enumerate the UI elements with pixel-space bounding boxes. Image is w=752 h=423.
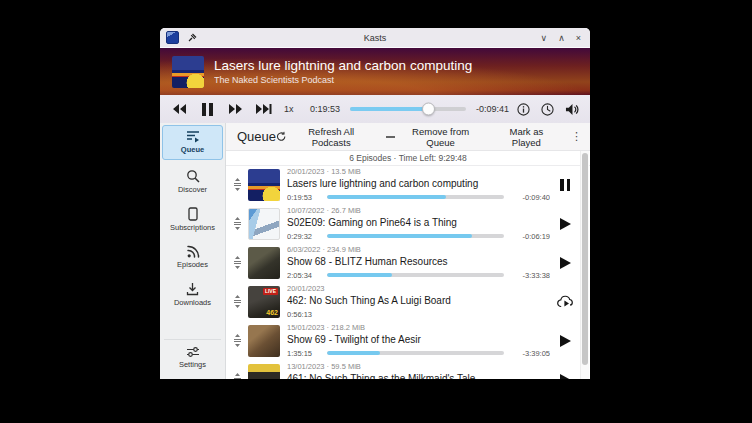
play-episode-button[interactable] [550, 335, 580, 347]
seek-slider[interactable] [350, 107, 466, 111]
episode-remaining: -3:39:05 [510, 349, 550, 358]
episode-title: S02E09: Gaming on Pine64 is a Thing [287, 216, 550, 229]
elapsed-time: 0:19:53 [310, 104, 340, 114]
drag-handle-icon[interactable] [231, 334, 243, 347]
live-badge: LIVE [263, 288, 278, 295]
now-playing-artwork [172, 56, 204, 88]
episode-meta: 13/01/2023 · 59.5 MiB [287, 361, 550, 372]
pause-episode-button[interactable] [550, 179, 580, 191]
episode-elapsed: 1:35:15 [287, 349, 321, 358]
sleep-timer-icon[interactable] [541, 103, 554, 116]
episode-meta: 6/03/2022 · 234.9 MiB [287, 244, 550, 255]
episode-title: 461: No Such Thing as the Milkmaid's Tal… [287, 372, 550, 379]
now-playing-header[interactable]: Lasers lure lightning and carbon computi… [160, 48, 590, 95]
subscriptions-icon [187, 207, 199, 221]
sidebar-item-queue[interactable]: Queue [162, 125, 223, 160]
fast-forward-button[interactable] [226, 101, 244, 117]
episode-row[interactable]: LIVE 462 20/01/2023 462: No Such Thing A… [226, 282, 590, 321]
scrollbar[interactable] [580, 151, 589, 379]
maximize-button[interactable]: ∧ [558, 28, 565, 48]
drag-handle-icon[interactable] [231, 295, 243, 308]
minimize-button[interactable]: ∨ [541, 28, 548, 48]
episode-row[interactable]: 15/01/2023 · 218.2 MiB Show 69 - Twiligh… [226, 321, 590, 360]
playback-speed[interactable]: 1x [284, 104, 300, 114]
sidebar-item-discover[interactable]: Discover [160, 163, 225, 201]
close-button[interactable]: × [576, 28, 581, 48]
episode-progress-bar[interactable] [327, 234, 504, 238]
episode-row[interactable]: 13/01/2023 · 59.5 MiB 461: No Such Thing… [226, 360, 590, 379]
stream-episode-button[interactable] [550, 295, 580, 308]
episode-title: Lasers lure lightning and carbon computi… [287, 177, 550, 190]
play-icon [560, 374, 571, 380]
download-icon [186, 282, 199, 296]
drag-handle-icon[interactable] [231, 373, 243, 379]
episode-meta: 10/07/2022 · 26.7 MiB [287, 205, 550, 216]
play-episode-button[interactable] [550, 374, 580, 380]
page-toolbar: Queue Refresh All Podcasts Remove from Q… [226, 123, 590, 151]
episode-progress-bar[interactable] [327, 195, 504, 199]
pause-button[interactable] [198, 101, 216, 117]
queue-page: Queue Refresh All Podcasts Remove from Q… [226, 123, 590, 379]
episode-row[interactable]: 6/03/2022 · 234.9 MiB Show 68 - BLITZ Hu… [226, 243, 590, 282]
episode-elapsed: 2:05:34 [287, 271, 321, 280]
seek-fill [350, 107, 428, 111]
episode-progress-bar[interactable] [327, 273, 504, 277]
episode-row[interactable]: 20/01/2023 · 13.5 MiB Lasers lure lightn… [226, 165, 590, 204]
play-icon [560, 257, 571, 269]
episode-artwork [248, 364, 280, 380]
pause-icon [560, 179, 570, 191]
mark-as-played-button[interactable]: Mark as Played [496, 126, 557, 148]
play-episode-button[interactable] [550, 218, 580, 230]
skip-forward-button[interactable] [254, 101, 272, 117]
episode-title: 462: No Such Thing As A Luigi Board [287, 294, 550, 307]
drag-handle-icon[interactable] [231, 178, 243, 191]
remove-from-queue-button[interactable]: Remove from Queue [386, 126, 482, 148]
queue-icon [186, 130, 200, 143]
drag-handle-icon[interactable] [231, 217, 243, 230]
sidebar: Queue Discover Subscriptions Episodes Do… [160, 123, 226, 379]
volume-icon[interactable] [565, 103, 579, 116]
sidebar-item-settings[interactable]: Settings [160, 340, 225, 379]
episode-list: 20/01/2023 · 13.5 MiB Lasers lure lightn… [226, 165, 590, 379]
episode-remaining: -0:06:19 [510, 232, 550, 241]
window-title: Kasts [160, 33, 590, 43]
now-playing-title: Lasers lure lightning and carbon computi… [214, 57, 472, 74]
play-episode-button[interactable] [550, 257, 580, 269]
title-bar[interactable]: Kasts ∨ ∧ × [160, 28, 590, 48]
info-icon[interactable] [517, 103, 530, 116]
episode-meta: 20/01/2023 [287, 283, 550, 294]
sidebar-item-episodes[interactable]: Episodes [160, 239, 225, 276]
seek-handle[interactable] [422, 103, 435, 116]
episode-remaining: -3:33:38 [510, 271, 550, 280]
episode-artwork [248, 208, 280, 240]
sidebar-item-subscriptions[interactable]: Subscriptions [160, 201, 225, 239]
sidebar-item-downloads[interactable]: Downloads [160, 276, 225, 314]
episode-meta: 20/01/2023 · 13.5 MiB [287, 166, 550, 177]
scrollbar-thumb[interactable] [582, 153, 588, 365]
queue-summary: 6 Episodes · Time Left: 9:29:48 [226, 151, 590, 166]
episode-progress-bar[interactable] [327, 351, 504, 355]
episode-remaining: -0:09:40 [510, 193, 550, 202]
episode-elapsed: 0:29:32 [287, 232, 321, 241]
episode-meta: 15/01/2023 · 218.2 MiB [287, 322, 550, 333]
drag-handle-icon[interactable] [231, 256, 243, 269]
minus-icon [386, 132, 395, 142]
kasts-window: Kasts ∨ ∧ × Lasers lure lightning and ca… [160, 28, 590, 379]
episode-artwork [248, 247, 280, 279]
refresh-all-button[interactable]: Refresh All Podcasts [276, 126, 372, 148]
remaining-time: -0:09:41 [476, 104, 509, 114]
refresh-icon [276, 131, 286, 142]
cloud-play-icon [557, 295, 574, 308]
episode-number-overlay: 462 [266, 309, 278, 316]
settings-icon [186, 346, 200, 358]
overflow-menu-button[interactable]: ⋮ [571, 130, 582, 143]
rss-icon [186, 245, 200, 258]
episode-artwork [248, 325, 280, 357]
player-bar: 1x 0:19:53 -0:09:41 [160, 95, 590, 123]
episode-row[interactable]: 10/07/2022 · 26.7 MiB S02E09: Gaming on … [226, 204, 590, 243]
episode-duration: 0:56:13 [287, 310, 321, 319]
skip-back-button[interactable] [170, 101, 188, 117]
search-icon [186, 169, 200, 183]
episode-artwork [248, 169, 280, 201]
episode-title: Show 69 - Twilight of the Aesir [287, 333, 550, 346]
